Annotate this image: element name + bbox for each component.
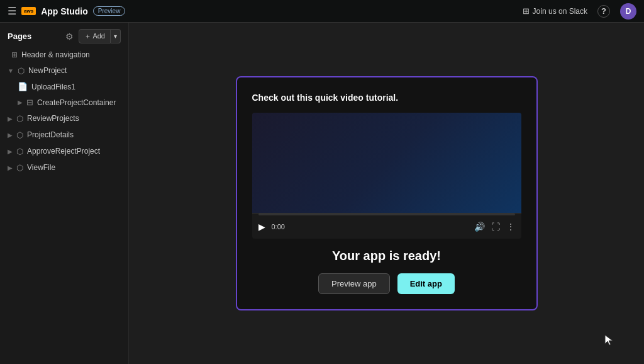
edit-app-button[interactable]: Edit app [397, 273, 455, 294]
slack-icon: ⊞ [523, 6, 530, 16]
sidebar-item-project-details[interactable]: ▶ ⬡ ProjectDetails ⋯ [0, 127, 128, 143]
sidebar-item-label: ApproveRejectProject [27, 147, 108, 156]
add-button[interactable]: ＋ Add [79, 29, 111, 43]
add-dropdown-button[interactable]: ▾ [111, 29, 121, 43]
preview-app-button[interactable]: Preview app [318, 273, 390, 294]
container-icon: ⊟ [26, 98, 33, 107]
more-options-icon[interactable]: ⋮ [506, 222, 515, 232]
user-avatar[interactable]: D [620, 3, 636, 20]
video-controls: ▶ 0:00 🔊 ⛶ ⋮ [252, 218, 521, 236]
topnav-left: ☰ aws App Studio Preview [8, 5, 523, 17]
app-ready-buttons: Preview app Edit app [252, 273, 521, 294]
fullscreen-icon[interactable]: ⛶ [491, 222, 500, 232]
aws-logo: aws [21, 7, 36, 15]
video-tutorial-title: Check out this quick video tutorial. [252, 93, 521, 103]
page-icon: ⬡ [16, 130, 23, 140]
aws-logo-box: aws [21, 7, 36, 15]
page-icon: ⬡ [18, 66, 25, 76]
grid-icon: ⊞ [11, 50, 18, 59]
sidebar-item-create-project[interactable]: ▶ ⊟ CreateProjectContainer [0, 94, 128, 110]
sidebar-item-label: NewProject [28, 66, 108, 75]
sidebar-item-label: ReviewProjects [27, 114, 108, 123]
page-icon: ⬡ [16, 114, 23, 123]
expand-icon: ▼ [8, 67, 14, 74]
sidebar-item-view-file[interactable]: ▶ ⬡ ViewFile ⋯ [0, 159, 128, 176]
app-studio-title: App Studio [41, 6, 88, 16]
video-thumbnail-inner [252, 113, 521, 213]
expand-icon: ▶ [8, 132, 13, 139]
cursor-indicator [604, 334, 614, 346]
file-icon: 📄 [18, 82, 28, 91]
preview-badge: Preview [93, 6, 126, 16]
expand-icon: ▶ [8, 164, 13, 171]
sidebar-item-approve-reject[interactable]: ▶ ⬡ ApproveRejectProject ⋯ [0, 143, 128, 159]
help-button[interactable]: ? [597, 5, 610, 18]
hamburger-icon[interactable]: ☰ [8, 5, 16, 17]
topnav-right: ⊞ Join us on Slack ? D [523, 3, 636, 20]
volume-icon[interactable]: 🔊 [474, 222, 485, 232]
sidebar-header-actions: ⚙ ＋ Add ▾ [64, 29, 121, 43]
sidebar-title: Pages [8, 31, 31, 41]
expand-icon: ▶ [8, 148, 13, 155]
sidebar-item-label: Header & navigation [21, 50, 121, 59]
main-layout: Pages ⚙ ＋ Add ▾ ⊞ Header & navigation ▼ … [0, 23, 644, 364]
play-button[interactable]: ▶ [258, 222, 265, 232]
page-icon: ⬡ [16, 163, 23, 173]
sidebar-item-label: UploadFiles1 [31, 82, 121, 91]
content-area: Check out this quick video tutorial. ▶ 0… [129, 23, 644, 364]
app-ready-heading: Your app is ready! [252, 249, 521, 263]
sidebar-item-upload-files[interactable]: 📄 UploadFiles1 [0, 79, 128, 94]
progress-bar [258, 213, 515, 215]
page-icon: ⬡ [16, 147, 23, 156]
expand-icon: ▶ [18, 99, 23, 106]
topnav: ☰ aws App Studio Preview ⊞ Join us on Sl… [0, 0, 644, 23]
sidebar: Pages ⚙ ＋ Add ▾ ⊞ Header & navigation ▼ … [0, 23, 129, 364]
video-player[interactable]: ▶ 0:00 🔊 ⛶ ⋮ [252, 113, 521, 239]
sidebar-item-label: ViewFile [27, 163, 108, 172]
slack-link[interactable]: ⊞ Join us on Slack [523, 6, 587, 16]
sidebar-item-label: ProjectDetails [27, 130, 108, 139]
add-btn-group: ＋ Add ▾ [79, 29, 121, 43]
sidebar-item-review-projects[interactable]: ▶ ⬡ ReviewProjects ⋯ [0, 110, 128, 127]
expand-icon: ▶ [8, 115, 13, 122]
app-ready-card: Check out this quick video tutorial. ▶ 0… [236, 76, 538, 310]
video-controls-right: 🔊 ⛶ ⋮ [474, 222, 515, 232]
video-thumbnail [252, 113, 521, 213]
sidebar-item-label: CreateProjectContainer [37, 98, 121, 107]
sidebar-item-header-nav[interactable]: ⊞ Header & navigation [0, 47, 128, 62]
gear-button[interactable]: ⚙ [64, 30, 75, 43]
slack-label: Join us on Slack [533, 7, 587, 16]
sidebar-header: Pages ⚙ ＋ Add ▾ [0, 23, 128, 47]
time-display: 0:00 [272, 223, 285, 230]
sidebar-item-new-project[interactable]: ▼ ⬡ NewProject ⋯ [0, 62, 128, 79]
